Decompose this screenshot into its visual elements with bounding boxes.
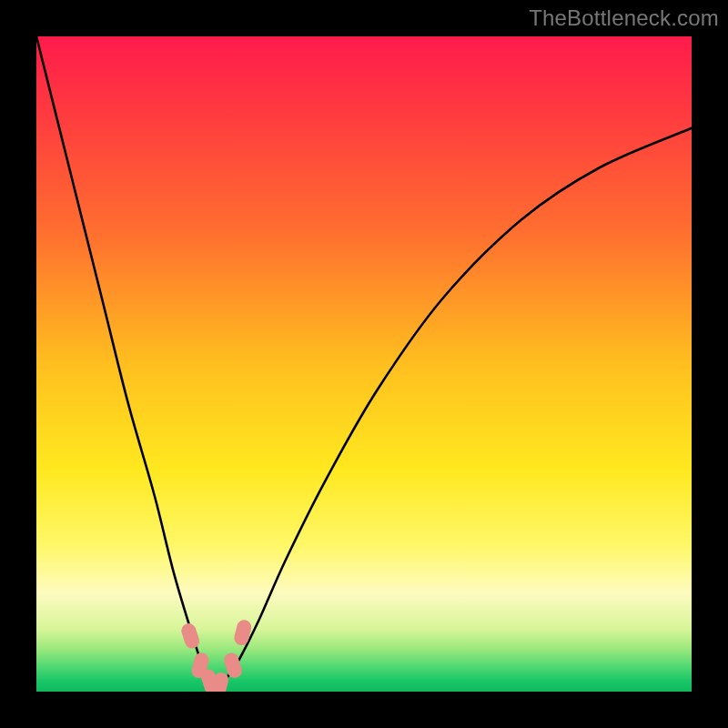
chart-frame: TheBottleneck.com — [0, 0, 728, 728]
marker-point — [179, 622, 201, 651]
curve-layer — [36, 36, 692, 692]
bottleneck-curve — [36, 36, 692, 692]
watermark-text: TheBottleneck.com — [529, 5, 719, 31]
plot-area — [36, 36, 692, 692]
marker-point — [233, 619, 253, 647]
